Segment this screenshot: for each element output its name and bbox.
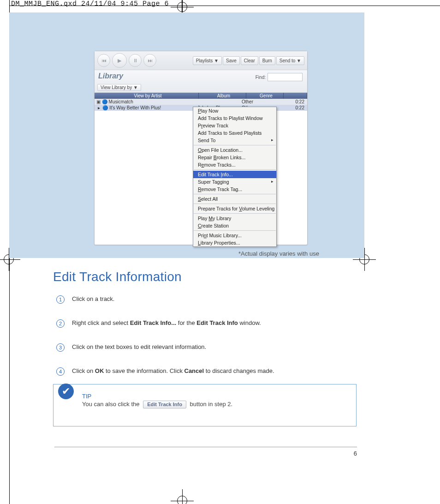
menu-play-library[interactable]: Play My Library xyxy=(193,215,276,222)
menu-create-station[interactable]: Create Station xyxy=(193,222,276,229)
library-title: Library xyxy=(98,72,123,80)
find-input[interactable] xyxy=(268,73,303,81)
step-text: Right click and select Edit Track Info..… xyxy=(72,319,261,326)
step-text: Click on the text boxes to edit relevant… xyxy=(72,343,206,350)
col-genre[interactable]: Genre xyxy=(246,93,284,99)
col-album[interactable]: Album xyxy=(199,93,246,99)
col-time[interactable] xyxy=(284,93,307,99)
pause-button[interactable]: ⏸ xyxy=(129,54,142,67)
next-track-button[interactable]: ⏭ xyxy=(143,54,156,67)
tip-box: ✔ TIP You can also click the Edit Track … xyxy=(53,384,357,426)
playlists-button[interactable]: Playlists ▼ xyxy=(193,56,222,65)
menu-sep xyxy=(194,213,276,214)
step-number-icon: 1 xyxy=(56,295,65,304)
menu-repair-links[interactable]: Repair Broken Links... xyxy=(193,154,276,161)
step-number-icon: 2 xyxy=(56,319,65,328)
player-toolbar: ⏮ ▶ ⏸ ⏭ Playlists ▼ Save Clear Burn Send… xyxy=(95,51,307,70)
menu-remove-tracks[interactable]: Remove Tracks... xyxy=(193,161,276,168)
step-number-icon: 3 xyxy=(56,343,65,352)
step-3: 3 Click on the text boxes to edit releva… xyxy=(56,343,351,352)
menu-sep xyxy=(194,230,276,231)
menu-sep xyxy=(194,169,276,170)
view-library-by-button[interactable]: View Library by ▼ xyxy=(97,84,141,91)
menu-select-all[interactable]: Select All xyxy=(193,195,276,203)
artist-group-row[interactable]: ▣ 🔵 Musicmatch Other 0:22 xyxy=(95,99,307,105)
step-2: 2 Right click and select Edit Track Info… xyxy=(56,319,351,328)
find-label: Find: xyxy=(256,75,266,80)
menu-open-location[interactable]: Open File Location... xyxy=(193,146,276,154)
menu-send-to[interactable]: Send To xyxy=(193,137,276,144)
library-header: Library Find: View Library by ▼ xyxy=(95,70,307,93)
tip-label: TIP xyxy=(82,393,351,400)
step-text: Click on OK to save the information. Cli… xyxy=(72,367,274,374)
menu-add-saved[interactable]: Add Tracks to Saved Playlists xyxy=(193,129,276,137)
page-number: 6 xyxy=(354,450,357,457)
menu-sep xyxy=(194,145,276,145)
page-title: Edit Track Information xyxy=(53,270,182,284)
send-to-button[interactable]: Send to ▼ xyxy=(276,56,304,65)
menu-preview[interactable]: Preview Track xyxy=(193,122,276,129)
step-number-icon: 4 xyxy=(56,367,65,376)
prev-track-button[interactable]: ⏮ xyxy=(97,54,110,67)
play-button[interactable]: ▶ xyxy=(112,53,127,68)
menu-prepare-leveling[interactable]: Prepare Tracks for Volume Leveling xyxy=(193,205,276,212)
burn-button[interactable]: Burn xyxy=(259,56,275,65)
menu-remove-tag[interactable]: Remove Track Tag... xyxy=(193,186,276,193)
context-menu: Play Now Add Tracks to Playlist Window P… xyxy=(193,107,277,247)
step-4: 4 Click on OK to save the information. C… xyxy=(56,367,351,376)
footer-rule xyxy=(54,447,357,447)
save-button[interactable]: Save xyxy=(223,56,240,65)
step-text: Click on a track. xyxy=(72,295,114,302)
edit-track-info-button[interactable]: Edit Track Info xyxy=(143,401,186,408)
clear-button[interactable]: Clear xyxy=(241,56,258,65)
steps-list: 1 Click on a track. 2 Right click and se… xyxy=(56,295,351,391)
step-1: 1 Click on a track. xyxy=(56,295,351,304)
menu-add-playlist[interactable]: Add Tracks to Playlist Window xyxy=(193,114,276,122)
crop-mark-bottom xyxy=(171,489,194,504)
menu-super-tagging[interactable]: Super Tagging xyxy=(193,178,276,186)
figure-note: *Actual display varies with use xyxy=(238,250,319,257)
menu-edit-track-info[interactable]: Edit Track Info... xyxy=(193,171,276,178)
column-headers: View by Artist Album Genre xyxy=(95,93,307,99)
page: DM_MMJB_ENG.qxd 24/11/04 9:45 Page 6 ⏮ ▶… xyxy=(0,0,440,504)
checkmark-icon: ✔ xyxy=(58,384,74,399)
menu-print-library[interactable]: Print Music Library... xyxy=(193,232,276,239)
app-screenshot: ⏮ ▶ ⏸ ⏭ Playlists ▼ Save Clear Burn Send… xyxy=(94,51,308,245)
menu-sep xyxy=(194,204,276,204)
menu-library-properties[interactable]: Library Properties... xyxy=(193,239,276,246)
menu-sep xyxy=(194,194,276,194)
menu-play-now[interactable]: Play Now xyxy=(193,107,276,114)
figure-panel: ⏮ ▶ ⏸ ⏭ Playlists ▼ Save Clear Burn Send… xyxy=(9,12,364,258)
col-artist[interactable]: View by Artist xyxy=(95,93,199,99)
find-field: Find: xyxy=(256,73,303,81)
tip-body: TIP You can also click the Edit Track In… xyxy=(82,393,351,408)
